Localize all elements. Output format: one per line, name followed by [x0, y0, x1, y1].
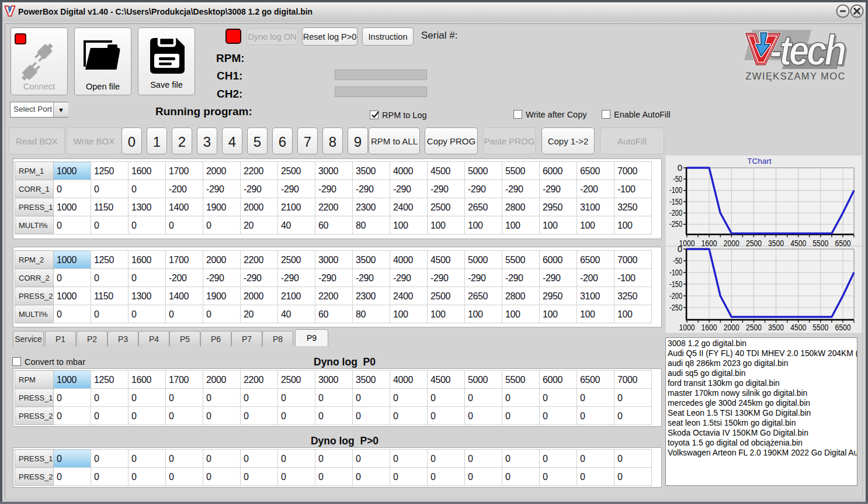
svg-text:-250: -250	[669, 302, 682, 312]
svg-text:3500: 3500	[768, 322, 784, 332]
svg-text:-50: -50	[673, 174, 682, 184]
svg-text:0: 0	[678, 163, 682, 172]
svg-text:4500: 4500	[790, 322, 806, 332]
svg-text:1600: 1600	[702, 322, 717, 332]
svg-text:ZWIĘKSZAMY MOC: ZWIĘKSZAMY MOC	[745, 71, 845, 81]
svg-text:1600: 1600	[702, 238, 717, 248]
svg-text:3500: 3500	[768, 238, 784, 248]
svg-text:-100: -100	[669, 267, 682, 277]
svg-text:2500: 2500	[746, 238, 762, 248]
svg-text:6500: 6500	[835, 322, 850, 332]
svg-text:0: 0	[678, 244, 682, 254]
svg-text:-150: -150	[669, 279, 682, 289]
svg-text:-250: -250	[669, 219, 682, 229]
svg-text:2000: 2000	[724, 238, 739, 248]
svg-text:6500: 6500	[835, 238, 850, 248]
svg-text:1000: 1000	[679, 322, 695, 332]
svg-text:TChart: TChart	[747, 157, 772, 165]
svg-text:-200: -200	[669, 208, 682, 218]
svg-text:5500: 5500	[813, 238, 828, 248]
svg-text:-50: -50	[673, 256, 682, 265]
svg-text:5500: 5500	[813, 322, 828, 332]
svg-text:-150: -150	[669, 196, 682, 206]
svg-text:-100: -100	[669, 185, 682, 195]
svg-text:-200: -200	[669, 291, 682, 301]
svg-text:2500: 2500	[746, 322, 762, 332]
svg-text:2000: 2000	[724, 322, 739, 332]
svg-text:4500: 4500	[790, 238, 806, 248]
